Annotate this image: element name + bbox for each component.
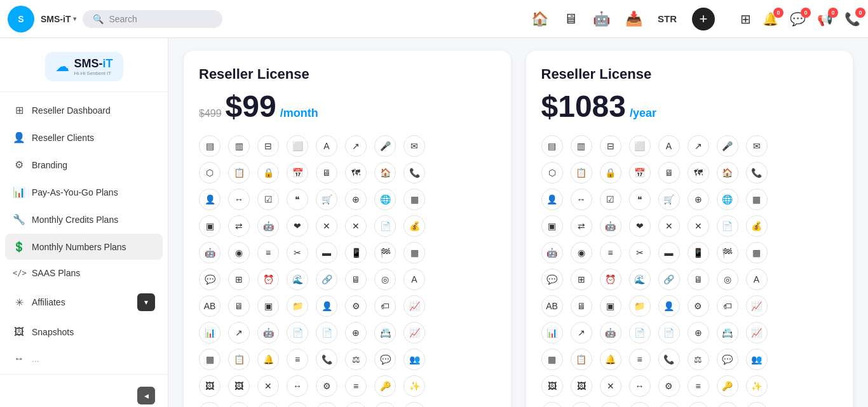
feature-icon[interactable]: 🏠 xyxy=(374,162,396,183)
feature-icon[interactable]: ❝ xyxy=(629,189,651,210)
feature-icon[interactable]: 🖼 xyxy=(228,375,250,397)
feature-icon[interactable]: ⚙ xyxy=(658,375,680,397)
feature-icon[interactable]: 🔔 xyxy=(257,349,279,370)
feature-icon[interactable]: 🖥 xyxy=(228,295,250,317)
feature-icon[interactable]: ✕ xyxy=(257,402,279,407)
feature-icon[interactable]: ☑ xyxy=(257,189,279,210)
feature-icon[interactable]: ⚖ xyxy=(345,349,367,370)
feature-icon[interactable]: 🤖 xyxy=(199,242,220,264)
feature-icon[interactable]: ✕ xyxy=(345,215,367,237)
feature-icon[interactable]: 🛒 xyxy=(316,189,337,210)
feature-icon[interactable]: ▦ xyxy=(345,402,367,407)
feature-icon[interactable]: 📋 xyxy=(571,349,592,370)
feature-icon[interactable]: ↗ xyxy=(571,322,592,344)
feature-icon[interactable]: ⊕ xyxy=(688,189,709,210)
megaphone-icon-button[interactable]: 📢 0 xyxy=(817,11,833,27)
feature-icon[interactable]: 💬 xyxy=(717,349,738,370)
sidebar-item-affiliates[interactable]: ✳ Affiliates ▾ xyxy=(5,286,163,318)
feature-icon[interactable]: 🖼 xyxy=(199,375,220,397)
feature-icon[interactable]: 📅 xyxy=(287,162,308,183)
feature-icon[interactable]: ✕ xyxy=(600,375,621,397)
feature-icon[interactable]: ▦ xyxy=(746,242,768,264)
feature-icon[interactable]: ✂ xyxy=(287,242,308,264)
feature-icon[interactable]: ❤ xyxy=(287,215,308,237)
feature-icon[interactable]: ≡ xyxy=(403,402,425,407)
feature-icon[interactable]: 🤖 xyxy=(257,215,279,237)
feature-icon[interactable]: ⇄ xyxy=(571,215,592,237)
feature-icon[interactable]: 📊 xyxy=(541,322,563,344)
feature-icon[interactable]: ✕ xyxy=(688,215,709,237)
feature-icon[interactable]: ↔ xyxy=(287,375,308,397)
feature-icon[interactable]: A xyxy=(403,269,425,290)
feature-icon[interactable]: ◉ xyxy=(571,242,592,264)
phone-icon-button[interactable]: 📞 0 xyxy=(844,11,860,27)
feature-icon[interactable]: ⬡ xyxy=(541,162,563,183)
feature-icon[interactable]: 🏁 xyxy=(717,242,738,264)
feature-icon[interactable]: ☑ xyxy=(600,189,621,210)
sidebar-item-reseller-dashboard[interactable]: ⊞ Reseller Dashboard xyxy=(5,97,163,123)
feature-icon[interactable]: ↗ xyxy=(345,135,367,157)
feature-icon[interactable]: ⇄ xyxy=(228,215,250,237)
feature-icon[interactable]: ▦ xyxy=(403,242,425,264)
feature-icon[interactable]: ⊟ xyxy=(600,135,621,157)
feature-icon[interactable]: 🌐 xyxy=(374,189,396,210)
feature-icon[interactable]: 🔒 xyxy=(257,162,279,183)
feature-icon[interactable]: 🗺 xyxy=(688,162,709,183)
feature-icon[interactable]: 🔗 xyxy=(658,269,680,290)
robot-icon[interactable]: 🤖 xyxy=(593,11,610,27)
brand-name-button[interactable]: SMS-iT ▾ xyxy=(41,14,76,24)
feature-icon[interactable]: 🔑 xyxy=(374,375,396,397)
feature-icon[interactable]: ▣ xyxy=(541,215,563,237)
feature-icon[interactable]: ✕ xyxy=(600,402,621,407)
feature-icon[interactable]: 📁 xyxy=(287,295,308,317)
feature-icon[interactable]: ⊕ xyxy=(345,189,367,210)
feature-icon[interactable]: ▬ xyxy=(316,242,337,264)
feature-icon[interactable]: 📋 xyxy=(228,162,250,183)
monitor-icon[interactable]: 🖥 xyxy=(564,11,578,27)
feature-icon[interactable]: 🏠 xyxy=(717,162,738,183)
feature-icon[interactable]: ⬡ xyxy=(199,162,220,183)
feature-icon[interactable]: 🖼 xyxy=(571,375,592,397)
add-button[interactable]: + xyxy=(692,8,715,30)
feature-icon[interactable]: 🤖 xyxy=(257,322,279,344)
sidebar-item-saas-plans[interactable]: </> SAAS Plans xyxy=(5,261,163,285)
feature-icon[interactable]: ✨ xyxy=(403,375,425,397)
feature-icon[interactable]: 🤖 xyxy=(600,322,621,344)
feature-icon[interactable]: 📄 xyxy=(374,215,396,237)
feature-icon[interactable]: 📅 xyxy=(629,162,651,183)
feature-icon[interactable]: ▦ xyxy=(541,349,563,370)
feature-icon[interactable]: ↔ xyxy=(228,189,250,210)
feature-icon[interactable]: 🔒 xyxy=(600,162,621,183)
feature-icon[interactable]: ↗ xyxy=(688,135,709,157)
feature-icon[interactable]: 🏁 xyxy=(374,242,396,264)
feature-icon[interactable]: ❝ xyxy=(287,189,308,210)
feature-icon[interactable]: 🌐 xyxy=(717,189,738,210)
feature-icon[interactable]: ▥ xyxy=(228,135,250,157)
feature-icon[interactable]: A xyxy=(746,269,768,290)
feature-icon[interactable]: ⏰ xyxy=(257,269,279,290)
feature-icon[interactable]: 📇 xyxy=(374,322,396,344)
feature-icon[interactable]: 📤 xyxy=(316,402,337,407)
feature-icon[interactable]: 🖥 xyxy=(658,162,680,183)
feature-icon[interactable]: 🖥 xyxy=(571,295,592,317)
feature-icon[interactable]: ▥ xyxy=(571,135,592,157)
feature-icon[interactable]: 📈 xyxy=(746,322,768,344)
feature-icon[interactable]: 🔗 xyxy=(316,269,337,290)
feature-icon[interactable]: ⊞ xyxy=(571,269,592,290)
feature-icon[interactable]: ▣ xyxy=(199,215,220,237)
sidebar-collapse[interactable]: ◂ xyxy=(5,380,163,407)
feature-icon[interactable]: ✕ xyxy=(257,375,279,397)
feature-icon[interactable]: 📤 xyxy=(658,402,680,407)
feature-icon[interactable]: ↗ xyxy=(228,322,250,344)
feature-icon[interactable]: A xyxy=(658,135,680,157)
tray-icon[interactable]: 📥 xyxy=(625,11,642,27)
feature-icon[interactable]: ▦ xyxy=(688,402,709,407)
feature-icon[interactable]: 🌊 xyxy=(629,269,651,290)
feature-icon[interactable]: ⏰ xyxy=(600,269,621,290)
feature-icon[interactable]: ◉ xyxy=(228,242,250,264)
feature-icon[interactable]: 📋 xyxy=(287,402,308,407)
feature-icon[interactable]: ≡ xyxy=(287,349,308,370)
grid-icon[interactable]: ⊞ xyxy=(740,11,751,27)
feature-icon[interactable]: ≡ xyxy=(688,375,709,397)
feature-icon[interactable]: ↔ xyxy=(571,189,592,210)
